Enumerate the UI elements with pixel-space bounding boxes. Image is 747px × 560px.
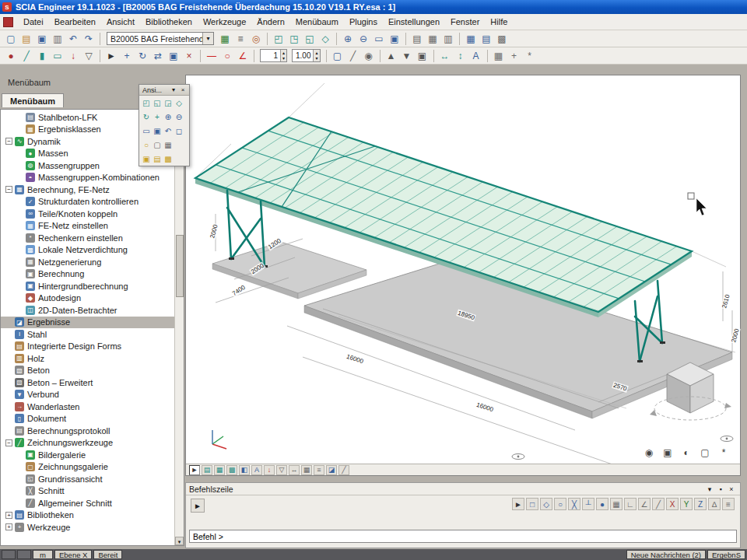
model-3d-view[interactable] — [186, 75, 740, 464]
tree-item-allgemeiner-schnitt[interactable]: ╱Allgemeiner Schnitt — [1, 497, 174, 509]
results-tab-icon[interactable]: ◪ — [326, 465, 337, 475]
axonometric-view-icon[interactable]: ◇ — [318, 32, 332, 46]
new-project-icon[interactable]: ▢ — [4, 32, 18, 46]
tree-item-hintergrundberechnung[interactable]: ▣Hintergrundberechnung — [1, 280, 174, 292]
pointer-snap-icon[interactable]: ► — [512, 498, 524, 510]
measure-icon[interactable]: ↔ — [438, 49, 452, 63]
rotate-tool-icon[interactable]: ↻ — [135, 49, 149, 63]
tree-item-bibliotheken[interactable]: +▤Bibliotheken — [1, 509, 174, 522]
palette-print-icon[interactable]: ▤ — [152, 152, 163, 165]
expand-box-icon[interactable]: + — [5, 523, 12, 530]
plate-tool-icon[interactable]: ▭ — [51, 49, 65, 63]
tree-item-autodesign[interactable]: ◆Autodesign — [1, 292, 174, 305]
lock-x-icon[interactable]: X — [666, 498, 679, 510]
tree-item-grundrissansicht[interactable]: ◱Grundrissansicht — [1, 473, 174, 485]
snap-perpendicular-icon[interactable]: ┴ — [582, 498, 594, 510]
shaded-mode-icon[interactable]: ▦ — [426, 32, 440, 46]
command-close-icon[interactable]: × — [726, 485, 737, 493]
bring-to-front-icon[interactable]: ▲ — [384, 49, 398, 63]
palette-render-icon[interactable]: ▦ — [163, 138, 174, 151]
red-line-style-icon[interactable]: — — [205, 49, 219, 63]
menu-item-bearbeiten[interactable]: Bearbeiten — [49, 16, 101, 28]
load-tool-icon[interactable]: ↓ — [66, 49, 80, 63]
undo-icon[interactable]: ↶ — [66, 32, 80, 46]
snap-midpoint-icon[interactable]: ◇ — [540, 498, 552, 510]
lock-y-icon[interactable]: Y — [680, 498, 693, 510]
palette-view-x-icon[interactable]: ◰ — [141, 96, 152, 109]
tree-item-netzgenerierung[interactable]: ▦Netzgenerierung — [1, 256, 174, 268]
palette-redraw-icon[interactable]: ◻ — [174, 124, 184, 137]
chevron-down-icon[interactable]: ▾ — [202, 33, 213, 44]
shaded-tab-icon[interactable]: ▦ — [214, 465, 225, 475]
volumes-tab-icon[interactable]: ◧ — [239, 465, 250, 475]
tree-item-berechnungsprotokoll[interactable]: ▤Berechnungsprotokoll — [1, 425, 174, 437]
scale-spinner[interactable]: 1 ▴▾ — [260, 49, 287, 62]
scroll-down-icon[interactable]: ▾ — [175, 537, 184, 545]
menu-item-men-baum[interactable]: Menübaum — [290, 16, 344, 28]
palette-clip-icon[interactable]: ▢ — [152, 138, 163, 151]
app-menu-icon[interactable] — [3, 17, 13, 27]
palette-zoom-out-icon[interactable]: ⊖ — [174, 110, 184, 123]
palette-previous-view-icon[interactable]: ↶ — [163, 124, 174, 137]
palette-collapse-icon[interactable]: ▾ — [169, 86, 178, 93]
camera-icon[interactable]: ◉ — [362, 49, 376, 63]
calculator-icon[interactable]: ▩ — [495, 32, 509, 46]
menu-item-werkzeuge[interactable]: Werkzeuge — [198, 16, 251, 28]
tree-scrollbar[interactable]: ▴ ▾ — [174, 110, 184, 545]
tree-item-berechnung-fe-netz[interactable]: −▦Berechnung, FE-Netz — [1, 184, 174, 196]
move-tool-icon[interactable]: + — [120, 49, 134, 63]
snap-grid-icon[interactable]: ▦ — [610, 498, 622, 510]
layers-tab-icon[interactable]: ≡ — [314, 465, 324, 475]
tree-item-schnitt[interactable]: ╳Schnitt — [1, 485, 174, 498]
expand-box-icon[interactable]: + — [5, 512, 12, 519]
zoom-window-icon[interactable]: ▭ — [372, 32, 386, 46]
menu-item-ndern[interactable]: Ändern — [251, 16, 289, 28]
command-panel-header[interactable]: Befehlszeile ▾ ▪ × — [186, 483, 740, 495]
beam-tool-icon[interactable]: ╱ — [19, 49, 33, 63]
menu-item-plugins[interactable]: Plugins — [344, 16, 383, 28]
vp-settings-gear-icon[interactable]: * — [718, 447, 729, 458]
polar-mode-icon[interactable]: ∠ — [638, 498, 651, 510]
options-icon[interactable]: * — [523, 49, 537, 63]
palette-light-icon[interactable]: ○ — [141, 138, 152, 151]
delete-tool-icon[interactable]: × — [182, 49, 196, 63]
red-circle-style-icon[interactable]: ○ — [220, 49, 234, 63]
tree-item-dokument[interactable]: ▯Dokument — [1, 413, 174, 425]
tree-item-bildergalerie[interactable]: ▣Bildergalerie — [1, 449, 174, 461]
view-top-icon[interactable]: ◱ — [303, 32, 317, 46]
print-icon[interactable]: ▥ — [51, 32, 65, 46]
layers-icon[interactable]: ≡ — [233, 32, 247, 46]
view-palette-caption[interactable]: Ansi... ▾ × — [139, 85, 189, 96]
view-front-icon[interactable]: ◰ — [272, 32, 286, 46]
hidden-line-mode-icon[interactable]: ▥ — [441, 32, 455, 46]
palette-view-y-icon[interactable]: ◱ — [152, 96, 163, 109]
zoom-spinner[interactable]: 1.00 ▴▾ — [292, 49, 320, 62]
view-side-icon[interactable]: ◳ — [287, 32, 301, 46]
mirror-tool-icon[interactable]: ⇄ — [151, 49, 165, 63]
selection-tab-icon[interactable]: ► — [189, 465, 200, 475]
tree-item-berechnung[interactable]: ▣Berechnung — [1, 268, 174, 281]
red-angle-style-icon[interactable]: ∠ — [236, 49, 250, 63]
snap-nearest-icon[interactable]: ● — [596, 498, 608, 510]
vp-compare-icon[interactable]: ▢ — [700, 447, 710, 458]
text-tool-icon[interactable]: A — [469, 49, 483, 63]
command-input[interactable] — [189, 530, 737, 543]
wireframe-tab-icon[interactable]: ▤ — [202, 465, 212, 475]
send-to-back-icon[interactable]: ▼ — [400, 49, 414, 63]
pointer-tool-button[interactable]: ► — [191, 499, 205, 513]
palette-view-z-icon[interactable]: ◲ — [163, 96, 174, 109]
tree-item-strukturdaten-kontrollieren[interactable]: ✓Strukturdaten kontrollieren — [1, 196, 174, 208]
collapse-box-icon[interactable]: − — [5, 439, 12, 446]
menu-item-datei[interactable]: Datei — [18, 16, 49, 28]
support-tool-icon[interactable]: ▽ — [82, 49, 96, 63]
palette-gallery-icon[interactable]: ▣ — [141, 152, 152, 165]
snap-endpoint-icon[interactable]: □ — [526, 498, 538, 510]
palette-axo-icon[interactable]: ◇ — [174, 96, 184, 109]
tree-item-rechenkern-einstellen[interactable]: *Rechenkern einstellen — [1, 232, 174, 244]
menu-item-einstellungen[interactable]: Einstellungen — [383, 16, 445, 28]
tree-item-stahl[interactable]: IStahl — [1, 328, 174, 341]
snap-toggle-icon[interactable]: + — [507, 49, 521, 63]
spinner-arrows-icon[interactable]: ▴▾ — [313, 50, 319, 61]
lock-z-icon[interactable]: Z — [694, 498, 707, 510]
project-combobox[interactable]: B20005 BAG Freistehend ▾ — [107, 32, 214, 45]
